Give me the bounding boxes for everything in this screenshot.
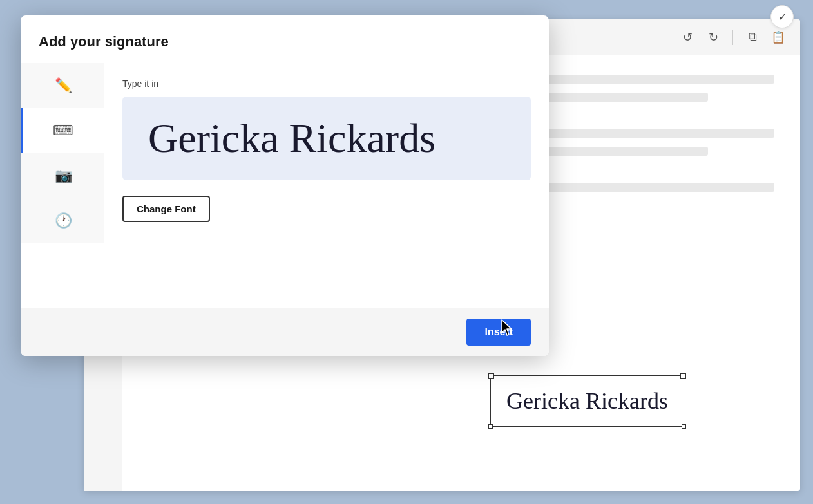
check-icon: ✓ bbox=[778, 11, 787, 23]
redo-icon[interactable]: ↻ bbox=[704, 28, 722, 46]
tab-type[interactable]: ⌨ bbox=[21, 108, 104, 153]
toolbar-separator bbox=[732, 30, 733, 45]
history-icon: 🕐 bbox=[55, 212, 72, 229]
tab-history[interactable]: 🕐 bbox=[21, 198, 104, 243]
add-signature-modal: Add your signature ✏️ ⌨ 📷 🕐 Type it in bbox=[21, 15, 549, 356]
undo-icon[interactable]: ↺ bbox=[678, 28, 696, 46]
modal-header: Add your signature bbox=[21, 15, 549, 50]
camera-icon: 📷 bbox=[55, 167, 72, 184]
handle-bottom-left[interactable] bbox=[488, 424, 493, 429]
signature-text-in-doc: Gericka Rickards bbox=[506, 387, 668, 415]
change-font-button[interactable]: Change Font bbox=[122, 196, 210, 222]
copy-icon[interactable]: ⧉ bbox=[743, 28, 761, 46]
keyboard-icon: ⌨ bbox=[53, 122, 73, 139]
modal-title: Add your signature bbox=[39, 33, 531, 50]
tab-photo[interactable]: 📷 bbox=[21, 153, 104, 198]
tab-draw[interactable]: ✏️ bbox=[21, 63, 104, 108]
signature-box[interactable]: Gericka Rickards bbox=[490, 375, 684, 427]
check-button[interactable]: ✓ bbox=[770, 5, 794, 28]
modal-body: ✏️ ⌨ 📷 🕐 Type it in Gericka Rickards Cha… bbox=[21, 63, 549, 308]
paste-icon[interactable]: 📋 bbox=[769, 28, 787, 46]
modal-footer: Insert bbox=[21, 308, 549, 356]
signature-preview-text: Gericka Rickards bbox=[148, 118, 435, 159]
tab-sidebar: ✏️ ⌨ 📷 🕐 bbox=[21, 63, 104, 308]
signature-in-document[interactable]: Gericka Rickards bbox=[490, 375, 684, 427]
draw-icon: ✏️ bbox=[55, 77, 72, 94]
insert-button[interactable]: Insert bbox=[466, 319, 531, 346]
signature-preview: Gericka Rickards bbox=[122, 97, 531, 180]
handle-bottom-right[interactable] bbox=[682, 424, 686, 429]
modal-content: Type it in Gericka Rickards Change Font bbox=[104, 63, 549, 308]
section-label: Type it in bbox=[122, 79, 531, 89]
